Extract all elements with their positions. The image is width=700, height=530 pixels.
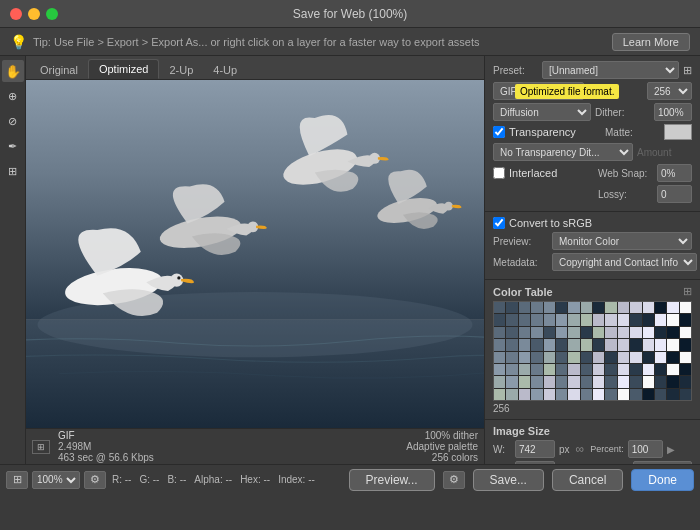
color-cell[interactable] bbox=[568, 352, 579, 363]
color-cell[interactable] bbox=[618, 352, 629, 363]
color-cell[interactable] bbox=[581, 302, 592, 313]
color-cell[interactable] bbox=[531, 376, 542, 387]
color-cell[interactable] bbox=[494, 314, 505, 325]
color-cell[interactable] bbox=[680, 302, 691, 313]
matte-color-swatch[interactable] bbox=[664, 124, 692, 140]
eyedropper-tool[interactable]: ✒ bbox=[2, 135, 24, 157]
tab-original[interactable]: Original bbox=[30, 61, 88, 79]
color-cell[interactable] bbox=[531, 339, 542, 350]
color-cell[interactable] bbox=[581, 389, 592, 400]
color-cell[interactable] bbox=[643, 327, 654, 338]
color-cell[interactable] bbox=[593, 376, 604, 387]
color-cell[interactable] bbox=[605, 302, 616, 313]
color-cell[interactable] bbox=[667, 376, 678, 387]
color-cell[interactable] bbox=[506, 389, 517, 400]
color-cell[interactable] bbox=[494, 327, 505, 338]
close-button[interactable] bbox=[10, 8, 22, 20]
color-cell[interactable] bbox=[605, 389, 616, 400]
color-cell[interactable] bbox=[581, 327, 592, 338]
tab-optimized[interactable]: Optimized bbox=[88, 59, 160, 79]
color-cell[interactable] bbox=[605, 376, 616, 387]
color-cell[interactable] bbox=[519, 327, 530, 338]
color-cell[interactable] bbox=[643, 389, 654, 400]
tab-4up[interactable]: 4-Up bbox=[203, 61, 247, 79]
color-cell[interactable] bbox=[506, 352, 517, 363]
color-cell[interactable] bbox=[680, 314, 691, 325]
color-cell[interactable] bbox=[593, 352, 604, 363]
convert-srgb-checkbox[interactable] bbox=[493, 217, 505, 229]
color-cell[interactable] bbox=[568, 339, 579, 350]
color-cell[interactable] bbox=[630, 364, 641, 375]
color-cell[interactable] bbox=[556, 314, 567, 325]
preview-button[interactable]: Preview... bbox=[349, 469, 435, 491]
color-cell[interactable] bbox=[494, 364, 505, 375]
colors-select[interactable]: 256 bbox=[647, 82, 692, 100]
color-cell[interactable] bbox=[630, 314, 641, 325]
color-cell[interactable] bbox=[643, 364, 654, 375]
maximize-button[interactable] bbox=[46, 8, 58, 20]
color-cell[interactable] bbox=[605, 327, 616, 338]
color-cell[interactable] bbox=[655, 364, 666, 375]
color-cell[interactable] bbox=[581, 376, 592, 387]
color-cell[interactable] bbox=[568, 327, 579, 338]
tab-2up[interactable]: 2-Up bbox=[159, 61, 203, 79]
color-cell[interactable] bbox=[544, 389, 555, 400]
color-cell[interactable] bbox=[556, 339, 567, 350]
color-cell[interactable] bbox=[506, 302, 517, 313]
color-cell[interactable] bbox=[643, 376, 654, 387]
transparency-checkbox[interactable] bbox=[493, 126, 505, 138]
settings-button[interactable]: ⚙ bbox=[443, 471, 465, 489]
color-cell[interactable] bbox=[630, 302, 641, 313]
color-cell[interactable] bbox=[568, 302, 579, 313]
color-cell[interactable] bbox=[630, 339, 641, 350]
color-cell[interactable] bbox=[680, 352, 691, 363]
color-cell[interactable] bbox=[531, 302, 542, 313]
color-cell[interactable] bbox=[618, 376, 629, 387]
color-cell[interactable] bbox=[680, 364, 691, 375]
color-cell[interactable] bbox=[506, 314, 517, 325]
metadata-select[interactable]: Copyright and Contact Info bbox=[552, 253, 697, 271]
zoom-tool[interactable]: ⊕ bbox=[2, 85, 24, 107]
color-cell[interactable] bbox=[544, 364, 555, 375]
color-cell[interactable] bbox=[593, 327, 604, 338]
color-cell[interactable] bbox=[531, 364, 542, 375]
color-cell[interactable] bbox=[643, 302, 654, 313]
color-cell[interactable] bbox=[556, 389, 567, 400]
color-cell[interactable] bbox=[667, 389, 678, 400]
color-cell[interactable] bbox=[568, 364, 579, 375]
color-cell[interactable] bbox=[630, 376, 641, 387]
color-cell[interactable] bbox=[556, 352, 567, 363]
color-cell[interactable] bbox=[544, 352, 555, 363]
color-cell[interactable] bbox=[667, 352, 678, 363]
color-cell[interactable] bbox=[655, 389, 666, 400]
interlaced-checkbox[interactable] bbox=[493, 167, 505, 179]
color-cell[interactable] bbox=[494, 352, 505, 363]
color-cell[interactable] bbox=[630, 389, 641, 400]
color-cell[interactable] bbox=[506, 364, 517, 375]
color-cell[interactable] bbox=[643, 339, 654, 350]
color-cell[interactable] bbox=[556, 327, 567, 338]
minimize-button[interactable] bbox=[28, 8, 40, 20]
color-cell[interactable] bbox=[519, 364, 530, 375]
view-icon[interactable]: ⊞ bbox=[6, 471, 28, 489]
color-cell[interactable] bbox=[593, 314, 604, 325]
done-button[interactable]: Done bbox=[631, 469, 694, 491]
color-cell[interactable] bbox=[593, 302, 604, 313]
color-cell[interactable] bbox=[581, 352, 592, 363]
color-cell[interactable] bbox=[680, 339, 691, 350]
color-cell[interactable] bbox=[618, 314, 629, 325]
color-cell[interactable] bbox=[605, 339, 616, 350]
color-cell[interactable] bbox=[605, 352, 616, 363]
color-cell[interactable] bbox=[556, 376, 567, 387]
color-cell[interactable] bbox=[655, 339, 666, 350]
quality-select[interactable]: Bicubic bbox=[633, 461, 692, 464]
percent-arrow[interactable]: ▶ bbox=[667, 444, 675, 455]
hand-tool[interactable]: ✋ bbox=[2, 60, 24, 82]
color-cell[interactable] bbox=[643, 314, 654, 325]
dither-type-select[interactable]: Diffusion bbox=[493, 103, 591, 121]
color-cell[interactable] bbox=[556, 364, 567, 375]
color-cell[interactable] bbox=[618, 389, 629, 400]
color-cell[interactable] bbox=[680, 327, 691, 338]
color-cell[interactable] bbox=[544, 314, 555, 325]
color-cell[interactable] bbox=[581, 364, 592, 375]
